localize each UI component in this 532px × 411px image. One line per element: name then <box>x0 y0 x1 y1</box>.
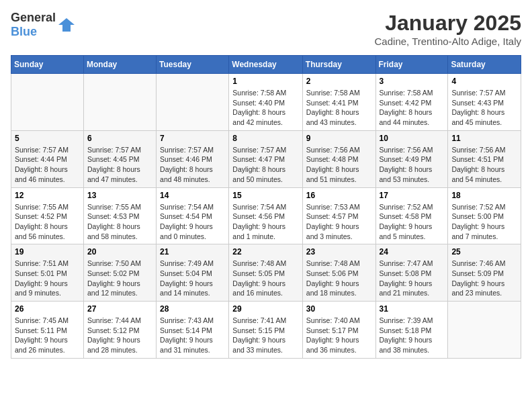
calendar-cell: 16Sunrise: 7:53 AM Sunset: 4:57 PM Dayli… <box>302 187 375 244</box>
calendar-cell: 2Sunrise: 7:58 AM Sunset: 4:41 PM Daylig… <box>302 74 375 131</box>
day-number: 2 <box>306 77 372 86</box>
day-number: 7 <box>160 134 225 143</box>
day-number: 6 <box>87 134 152 143</box>
day-number: 10 <box>380 134 445 143</box>
calendar-cell: 5Sunrise: 7:57 AM Sunset: 4:44 PM Daylig… <box>11 130 84 187</box>
calendar-week-row: 26Sunrise: 7:45 AM Sunset: 5:11 PM Dayli… <box>11 302 521 359</box>
day-number: 1 <box>232 77 299 86</box>
calendar-cell: 30Sunrise: 7:40 AM Sunset: 5:17 PM Dayli… <box>302 302 375 359</box>
day-info: Sunrise: 7:56 AM Sunset: 4:48 PM Dayligh… <box>306 145 372 185</box>
calendar-week-row: 5Sunrise: 7:57 AM Sunset: 4:44 PM Daylig… <box>11 130 521 187</box>
day-number: 25 <box>451 247 517 257</box>
day-number: 4 <box>451 77 517 86</box>
calendar-cell: 22Sunrise: 7:48 AM Sunset: 5:05 PM Dayli… <box>229 244 303 302</box>
day-info: Sunrise: 7:40 AM Sunset: 5:17 PM Dayligh… <box>306 316 372 355</box>
calendar-cell: 3Sunrise: 7:58 AM Sunset: 4:42 PM Daylig… <box>375 74 448 131</box>
day-info: Sunrise: 7:48 AM Sunset: 5:05 PM Dayligh… <box>232 259 299 298</box>
logo-icon <box>57 15 76 34</box>
day-number: 5 <box>15 134 80 143</box>
day-info: Sunrise: 7:58 AM Sunset: 4:41 PM Dayligh… <box>306 88 372 128</box>
day-info: Sunrise: 7:44 AM Sunset: 5:12 PM Dayligh… <box>87 316 152 355</box>
calendar-table: SundayMondayTuesdayWednesdayThursdayFrid… <box>11 55 521 359</box>
day-info: Sunrise: 7:49 AM Sunset: 5:04 PM Dayligh… <box>160 259 225 298</box>
day-number: 13 <box>87 191 152 200</box>
column-header-friday: Friday <box>375 56 448 74</box>
calendar-cell: 7Sunrise: 7:57 AM Sunset: 4:46 PM Daylig… <box>157 130 229 187</box>
day-number: 8 <box>232 134 299 143</box>
month-title: January 2025 <box>375 11 521 36</box>
calendar-header-row: SundayMondayTuesdayWednesdayThursdayFrid… <box>11 56 521 74</box>
day-info: Sunrise: 7:58 AM Sunset: 4:40 PM Dayligh… <box>232 88 299 128</box>
day-number: 20 <box>87 247 152 257</box>
day-number: 16 <box>306 191 372 200</box>
day-number: 22 <box>232 247 299 257</box>
day-number: 28 <box>160 304 225 314</box>
calendar-cell: 21Sunrise: 7:49 AM Sunset: 5:04 PM Dayli… <box>157 244 229 302</box>
calendar-cell: 18Sunrise: 7:52 AM Sunset: 5:00 PM Dayli… <box>448 187 521 244</box>
location-title: Cadine, Trentino-Alto Adige, Italy <box>375 36 521 47</box>
calendar-cell: 31Sunrise: 7:39 AM Sunset: 5:18 PM Dayli… <box>375 302 448 359</box>
day-info: Sunrise: 7:47 AM Sunset: 5:08 PM Dayligh… <box>380 259 445 298</box>
day-number: 15 <box>232 191 299 200</box>
day-number: 27 <box>87 304 152 314</box>
day-info: Sunrise: 7:55 AM Sunset: 4:52 PM Dayligh… <box>15 202 80 242</box>
calendar-cell <box>448 302 521 359</box>
day-info: Sunrise: 7:57 AM Sunset: 4:45 PM Dayligh… <box>87 145 152 185</box>
day-number: 17 <box>380 191 445 200</box>
day-info: Sunrise: 7:48 AM Sunset: 5:06 PM Dayligh… <box>306 259 372 298</box>
calendar-cell: 19Sunrise: 7:51 AM Sunset: 5:01 PM Dayli… <box>11 244 84 302</box>
calendar-cell: 23Sunrise: 7:48 AM Sunset: 5:06 PM Dayli… <box>302 244 375 302</box>
day-info: Sunrise: 7:43 AM Sunset: 5:14 PM Dayligh… <box>160 316 225 355</box>
day-info: Sunrise: 7:55 AM Sunset: 4:53 PM Dayligh… <box>87 202 152 242</box>
column-header-monday: Monday <box>83 56 156 74</box>
column-header-sunday: Sunday <box>11 56 84 74</box>
day-info: Sunrise: 7:51 AM Sunset: 5:01 PM Dayligh… <box>15 259 80 298</box>
calendar-cell: 15Sunrise: 7:54 AM Sunset: 4:56 PM Dayli… <box>229 187 303 244</box>
calendar-week-row: 12Sunrise: 7:55 AM Sunset: 4:52 PM Dayli… <box>11 187 521 244</box>
calendar-cell: 12Sunrise: 7:55 AM Sunset: 4:52 PM Dayli… <box>11 187 84 244</box>
day-info: Sunrise: 7:50 AM Sunset: 5:02 PM Dayligh… <box>87 259 152 298</box>
calendar-cell: 4Sunrise: 7:57 AM Sunset: 4:43 PM Daylig… <box>448 74 521 131</box>
day-number: 18 <box>451 191 517 200</box>
day-number: 26 <box>15 304 80 314</box>
calendar-cell: 14Sunrise: 7:54 AM Sunset: 4:54 PM Dayli… <box>157 187 229 244</box>
calendar-cell: 1Sunrise: 7:58 AM Sunset: 4:40 PM Daylig… <box>229 74 303 131</box>
day-number: 31 <box>380 304 445 314</box>
day-info: Sunrise: 7:45 AM Sunset: 5:11 PM Dayligh… <box>15 316 80 355</box>
logo-blue: Blue <box>11 25 37 38</box>
day-number: 24 <box>380 247 445 257</box>
calendar-cell: 8Sunrise: 7:57 AM Sunset: 4:47 PM Daylig… <box>229 130 303 187</box>
calendar-cell: 20Sunrise: 7:50 AM Sunset: 5:02 PM Dayli… <box>83 244 156 302</box>
day-info: Sunrise: 7:53 AM Sunset: 4:57 PM Dayligh… <box>306 202 372 242</box>
calendar-cell: 6Sunrise: 7:57 AM Sunset: 4:45 PM Daylig… <box>83 130 156 187</box>
calendar-cell: 17Sunrise: 7:52 AM Sunset: 4:58 PM Dayli… <box>375 187 448 244</box>
column-header-saturday: Saturday <box>448 56 521 74</box>
day-info: Sunrise: 7:46 AM Sunset: 5:09 PM Dayligh… <box>451 259 517 298</box>
day-number: 14 <box>160 191 225 200</box>
calendar-cell: 13Sunrise: 7:55 AM Sunset: 4:53 PM Dayli… <box>83 187 156 244</box>
svg-marker-0 <box>58 18 75 32</box>
column-header-wednesday: Wednesday <box>229 56 303 74</box>
day-info: Sunrise: 7:41 AM Sunset: 5:15 PM Dayligh… <box>232 316 299 355</box>
logo-general: General <box>11 11 56 24</box>
logo: General Blue <box>11 11 76 39</box>
day-info: Sunrise: 7:56 AM Sunset: 4:51 PM Dayligh… <box>451 145 517 185</box>
day-number: 19 <box>15 247 80 257</box>
calendar-cell: 24Sunrise: 7:47 AM Sunset: 5:08 PM Dayli… <box>375 244 448 302</box>
day-info: Sunrise: 7:57 AM Sunset: 4:46 PM Dayligh… <box>160 145 225 185</box>
calendar-week-row: 19Sunrise: 7:51 AM Sunset: 5:01 PM Dayli… <box>11 244 521 302</box>
logo-text: General Blue <box>11 11 56 39</box>
column-header-thursday: Thursday <box>302 56 375 74</box>
day-info: Sunrise: 7:58 AM Sunset: 4:42 PM Dayligh… <box>380 88 445 128</box>
calendar-cell <box>157 74 229 131</box>
calendar-cell: 9Sunrise: 7:56 AM Sunset: 4:48 PM Daylig… <box>302 130 375 187</box>
title-block: January 2025 Cadine, Trentino-Alto Adige… <box>375 11 521 47</box>
day-number: 9 <box>306 134 372 143</box>
day-number: 30 <box>306 304 372 314</box>
day-info: Sunrise: 7:39 AM Sunset: 5:18 PM Dayligh… <box>380 316 445 355</box>
day-number: 11 <box>451 134 517 143</box>
day-info: Sunrise: 7:54 AM Sunset: 4:54 PM Dayligh… <box>160 202 225 242</box>
day-info: Sunrise: 7:57 AM Sunset: 4:43 PM Dayligh… <box>451 88 517 128</box>
day-number: 3 <box>380 77 445 86</box>
calendar-cell: 28Sunrise: 7:43 AM Sunset: 5:14 PM Dayli… <box>157 302 229 359</box>
